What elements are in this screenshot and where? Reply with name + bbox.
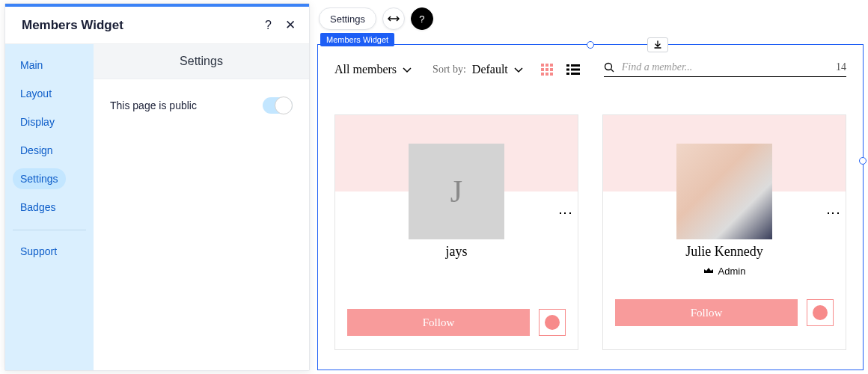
settings-pill-button[interactable]: Settings bbox=[319, 7, 376, 30]
sort-by-label: Sort by: bbox=[433, 64, 466, 76]
view-icons bbox=[541, 64, 580, 76]
search-icon bbox=[604, 62, 614, 73]
search-field[interactable]: 14 bbox=[604, 61, 846, 77]
floating-toolbar: Settings ? bbox=[319, 7, 433, 30]
settings-panel: Members Widget ? ✕ Main Layout Display D… bbox=[4, 3, 310, 371]
sort-group: Sort by: Default bbox=[433, 63, 522, 76]
public-page-toggle[interactable] bbox=[263, 97, 293, 114]
sidebar-item-badges[interactable]: Badges bbox=[13, 197, 63, 218]
widget-preview: All members Sort by: Default bbox=[318, 45, 863, 370]
card-actions: Follow bbox=[335, 301, 578, 349]
chat-icon bbox=[545, 315, 560, 330]
member-count: 14 bbox=[836, 61, 846, 73]
content-body: This page is public bbox=[94, 79, 309, 132]
close-icon[interactable]: ✕ bbox=[285, 17, 296, 33]
selection-box: All members Sort by: Default bbox=[317, 44, 864, 370]
follow-button[interactable]: Follow bbox=[347, 309, 530, 336]
chevron-down-icon bbox=[514, 67, 522, 72]
member-name: jays bbox=[347, 244, 566, 260]
svg-rect-6 bbox=[571, 73, 580, 75]
panel-header: Members Widget ? ✕ bbox=[5, 7, 309, 44]
help-icon[interactable]: ? bbox=[265, 19, 272, 32]
role-label: Admin bbox=[718, 266, 746, 277]
card-actions: Follow bbox=[603, 292, 846, 340]
crown-icon bbox=[703, 266, 714, 277]
svg-point-7 bbox=[605, 64, 611, 70]
panel-header-actions: ? ✕ bbox=[265, 17, 296, 33]
chat-button[interactable] bbox=[539, 309, 566, 336]
avatar[interactable] bbox=[676, 144, 772, 239]
card-menu-icon[interactable]: ⋮ bbox=[832, 206, 835, 220]
avatar-initial: J bbox=[409, 144, 504, 239]
toggle-knob bbox=[275, 96, 293, 114]
panel-body: Main Layout Display Design Settings Badg… bbox=[5, 44, 309, 370]
avatar-image bbox=[676, 144, 772, 239]
grid-view-icon[interactable] bbox=[541, 64, 553, 76]
svg-rect-3 bbox=[566, 68, 569, 70]
chat-button[interactable] bbox=[807, 299, 834, 326]
sidebar-item-design[interactable]: Design bbox=[13, 140, 61, 161]
sidebar-item-support[interactable]: Support bbox=[13, 241, 64, 262]
panel-content: Settings This page is public bbox=[94, 44, 309, 370]
sidebar-item-main[interactable]: Main bbox=[13, 55, 50, 76]
sidebar-item-display[interactable]: Display bbox=[13, 111, 62, 132]
member-card: J ⋮ jays Follow bbox=[334, 114, 578, 350]
public-page-label: This page is public bbox=[110, 99, 197, 111]
chat-icon bbox=[813, 305, 828, 320]
card-menu-icon[interactable]: ⋮ bbox=[564, 206, 567, 220]
sort-dropdown[interactable]: Default bbox=[472, 63, 522, 76]
sidebar-item-settings[interactable]: Settings bbox=[13, 168, 66, 189]
sidebar-divider bbox=[13, 230, 86, 230]
public-page-setting: This page is public bbox=[110, 97, 293, 114]
filter-label: All members bbox=[334, 63, 397, 76]
member-cards: J ⋮ jays Follow bbox=[334, 114, 846, 350]
svg-rect-5 bbox=[566, 73, 569, 75]
svg-rect-4 bbox=[571, 68, 580, 70]
sort-value: Default bbox=[472, 63, 508, 76]
members-toolbar: All members Sort by: Default bbox=[334, 61, 846, 77]
list-view-icon[interactable] bbox=[566, 64, 580, 75]
member-card: ⋮ Julie Kennedy Admin Follow bbox=[602, 114, 846, 350]
svg-rect-1 bbox=[566, 64, 569, 67]
canvas-preview: Settings ? Members Widget All members So… bbox=[314, 0, 868, 374]
panel-title: Members Widget bbox=[22, 18, 123, 33]
resize-horizontal-button[interactable] bbox=[382, 7, 405, 30]
panel-sidebar: Main Layout Display Design Settings Badg… bbox=[5, 44, 94, 370]
svg-line-8 bbox=[611, 70, 614, 73]
help-pill-button[interactable]: ? bbox=[411, 7, 433, 30]
chevron-down-icon bbox=[403, 67, 410, 72]
sidebar-item-layout[interactable]: Layout bbox=[13, 83, 59, 104]
member-role: Admin bbox=[615, 266, 834, 277]
content-header: Settings bbox=[94, 44, 309, 79]
follow-button[interactable]: Follow bbox=[615, 299, 798, 326]
filter-dropdown[interactable]: All members bbox=[334, 63, 410, 76]
svg-rect-2 bbox=[571, 64, 580, 67]
avatar[interactable]: J bbox=[409, 144, 504, 239]
search-input[interactable] bbox=[622, 61, 828, 73]
member-name: Julie Kennedy bbox=[615, 244, 834, 260]
